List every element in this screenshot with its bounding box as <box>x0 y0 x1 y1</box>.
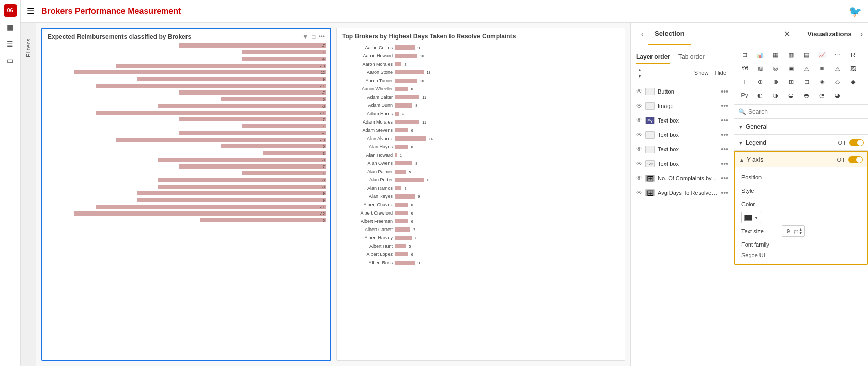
viz-matrix-icon[interactable]: ⊟ <box>799 75 814 88</box>
viz-map-icon[interactable]: 🗺 <box>737 62 752 74</box>
layer-options[interactable]: ••• <box>721 145 729 154</box>
eye-icon[interactable]: 👁 <box>636 117 642 124</box>
chart1-container[interactable]: Expected Reimbursements classified by Br… <box>41 28 331 361</box>
tab-layer-order[interactable]: Layer order <box>636 53 670 64</box>
tab-selection[interactable]: Selection <box>648 23 691 45</box>
legend-toggle[interactable] <box>849 139 864 146</box>
layer-item[interactable]: 👁 Text box ••• <box>631 128 734 142</box>
layer-item[interactable]: 👁 123 Text box ••• <box>631 157 734 171</box>
viz-more1-icon[interactable]: ◈ <box>815 75 829 88</box>
layer-item[interactable]: 👁 Text box ••• <box>631 142 734 157</box>
layer-options[interactable]: ••• <box>721 116 729 125</box>
viz-text-icon[interactable]: T <box>737 75 752 88</box>
viz-shape-icon[interactable]: △ <box>830 62 845 74</box>
eye-icon[interactable]: 👁 <box>636 146 642 153</box>
panel-close-btn[interactable]: ✕ <box>784 29 791 39</box>
grid-icon[interactable]: ▦ <box>5 22 16 33</box>
viz-custom5-icon[interactable]: ◓ <box>799 89 814 101</box>
bar-value: -5 <box>322 98 325 101</box>
viz-stacked-bar-icon[interactable]: ▦ <box>768 49 783 61</box>
viz-more2-icon[interactable]: ◇ <box>830 75 845 88</box>
chart2-container[interactable]: Top Brokers by Highest Days Taken to Res… <box>336 28 625 361</box>
viz-table-icon[interactable]: ⊞ <box>737 49 752 61</box>
menu-icon[interactable]: ☰ <box>27 6 34 16</box>
tab-tab-order[interactable]: Tab order <box>678 53 705 64</box>
list-icon[interactable]: ☰ <box>5 38 16 50</box>
eye-icon[interactable]: 👁 <box>636 160 642 167</box>
viz-custom4-icon[interactable]: ◒ <box>784 89 798 101</box>
panel-expand-btn[interactable]: › <box>860 29 863 39</box>
reorder-arrows[interactable]: ▲ ▼ <box>636 67 643 79</box>
general-header[interactable]: ▼ General <box>734 119 868 134</box>
viz-bar-clustered-icon[interactable]: ▥ <box>784 49 798 61</box>
viz-custom7-icon[interactable]: ◕ <box>830 89 845 101</box>
layer-item[interactable]: 👁 Button ••• <box>631 84 734 99</box>
bar-row: -9 <box>47 76 326 82</box>
layer-options[interactable]: ••• <box>721 160 729 168</box>
layer-item[interactable]: 👁 Image ••• <box>631 99 734 113</box>
eye-icon[interactable]: 👁 <box>636 175 642 182</box>
arrow-up[interactable]: ▲ <box>636 67 643 72</box>
layer-options[interactable]: ••• <box>721 174 729 182</box>
broker-bar <box>395 244 406 248</box>
viz-custom2-icon[interactable]: ◐ <box>753 89 767 101</box>
viz-card-icon[interactable]: ▣ <box>784 62 798 74</box>
viz-bar2-icon[interactable]: ▤ <box>799 49 814 61</box>
layer-options[interactable]: ••• <box>721 87 729 96</box>
broker-name: Albert Garrett <box>341 227 393 232</box>
viz-line-icon[interactable]: 📈 <box>815 49 829 61</box>
viz-more3-icon[interactable]: ◆ <box>846 75 860 88</box>
viz-slicer-icon[interactable]: ≡ <box>815 62 829 74</box>
viz-r-icon[interactable]: R <box>846 49 860 61</box>
search-input[interactable] <box>748 108 864 115</box>
show-btn[interactable]: Show <box>692 70 711 76</box>
eye-icon[interactable]: 👁 <box>636 189 642 196</box>
viz-scatter-icon[interactable]: ⋯ <box>830 49 845 61</box>
text-size-input[interactable]: 9 pt ▲ ▼ <box>782 225 805 237</box>
layer-options[interactable]: ••• <box>721 131 729 139</box>
charts-area: Expected Reimbursements classified by Br… <box>36 23 630 366</box>
viz-bar-icon[interactable]: 📊 <box>753 49 767 61</box>
viz-treemap-icon[interactable]: ▨ <box>753 62 767 74</box>
layer-item[interactable]: 👁 ⊞ No. Of Complaints by... ••• <box>631 171 734 186</box>
bar-row: -8 <box>47 177 326 183</box>
layer-options[interactable]: ••• <box>721 102 729 110</box>
viz-custom6-icon[interactable]: ◔ <box>815 89 829 101</box>
panel-nav-back[interactable]: ‹ <box>636 28 648 40</box>
layer-item[interactable]: 👁 ⊞ Avg Days To Resolve ... ••• <box>631 186 734 200</box>
broker-bar-value: 7 <box>413 228 415 232</box>
y-axis-toggle-label: Off <box>837 157 844 163</box>
viz-table2-icon[interactable]: ⊞ <box>784 75 798 88</box>
y-axis-header[interactable]: ▲ Y axis Off <box>735 152 867 167</box>
bar-row: -10 <box>47 136 326 143</box>
eye-icon[interactable]: 👁 <box>636 102 642 110</box>
viz-qr-icon[interactable]: ⊕ <box>753 75 767 88</box>
bar-value: -7 <box>322 91 325 95</box>
viz-kpi-icon[interactable]: △ <box>799 62 814 74</box>
text-size-up[interactable]: ▲ <box>799 227 802 231</box>
broker-name: Albert Harvey <box>341 235 393 240</box>
layer-options[interactable]: ••• <box>721 189 729 197</box>
font-family-label: Font family <box>741 241 778 248</box>
hide-btn[interactable]: Hide <box>712 70 729 76</box>
eye-icon[interactable]: 👁 <box>636 131 642 139</box>
arrow-down[interactable]: ▼ <box>636 73 643 79</box>
broker-bar <box>395 128 408 132</box>
viz-gauge-icon[interactable]: ◎ <box>768 62 783 74</box>
layer-item[interactable]: 👁 Py Text box ••• <box>631 113 734 128</box>
tab-visualizations[interactable]: Visualizations <box>801 23 858 45</box>
layers-icon[interactable]: ▭ <box>5 55 16 66</box>
color-dropdown[interactable]: ▼ <box>741 212 761 223</box>
legend-header[interactable]: ▼ Legend Off <box>734 135 868 150</box>
y-axis-toggle[interactable] <box>848 156 863 163</box>
focus-icon[interactable]: □ <box>312 33 315 40</box>
viz-img-icon[interactable]: 🖼 <box>846 62 860 74</box>
broker-bar-value: 10 <box>420 54 424 58</box>
text-size-down[interactable]: ▼ <box>799 231 802 235</box>
more-icon[interactable]: ••• <box>318 33 325 40</box>
viz-custom1-icon[interactable]: Py <box>737 89 752 101</box>
viz-custom3-icon[interactable]: ◑ <box>768 89 783 101</box>
viz-decomp-icon[interactable]: ⊗ <box>768 75 783 88</box>
eye-icon[interactable]: 👁 <box>636 88 642 95</box>
filter-icon[interactable]: ▼ <box>302 33 308 40</box>
